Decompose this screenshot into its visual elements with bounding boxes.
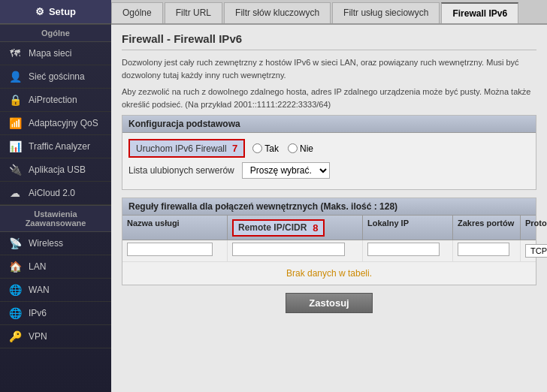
- basic-config-body: Uruchom IPv6 Firewall 7 Tak Nie: [122, 133, 536, 189]
- col-nazwa-uslugi: Nazwa usługi: [122, 216, 228, 240]
- radio-yes-input[interactable]: [252, 143, 262, 153]
- sidebar-item-wireless[interactable]: 📡 Wireless: [0, 232, 111, 255]
- tab-bar: Ogólne Filtr URL Filtr słów kluczowych F…: [111, 0, 547, 25]
- radio-no-label: Nie: [300, 143, 313, 154]
- lock-icon: 🔒: [8, 94, 23, 106]
- sidebar-item-label: Aplikacja USB: [29, 164, 86, 175]
- input-remote-ip[interactable]: [232, 243, 345, 256]
- input-nazwa-uslugi[interactable]: [127, 243, 213, 256]
- sidebar-item-aicloud[interactable]: ☁ AiCloud 2.0: [0, 182, 111, 205]
- radio-yes[interactable]: Tak: [252, 143, 279, 154]
- sidebar-item-label: Mapa sieci: [29, 48, 71, 59]
- firewall-row: Uruchom IPv6 Firewall 7 Tak Nie: [128, 139, 530, 158]
- key-icon: 🔑: [8, 330, 23, 342]
- input-lokalny-ip[interactable]: [367, 243, 440, 256]
- sidebar-item-label: LAN: [29, 261, 46, 272]
- sidebar-item-siec-goscinana[interactable]: 👤 Sieć gościnna: [0, 65, 111, 89]
- advanced-section-label: Ustawienia Zaawansowane: [0, 205, 111, 232]
- radio-no[interactable]: Nie: [288, 143, 313, 154]
- no-data-message: Brak danych w tabeli.: [122, 262, 536, 285]
- servers-row: Lista ulubionych serwerów Proszę wybrać.: [128, 162, 530, 179]
- sidebar-title: Setup: [49, 6, 76, 17]
- protokol-select[interactable]: TCP UDP BOTH: [525, 244, 547, 258]
- col-lokalny-ip: Lokalny IP: [363, 216, 453, 240]
- basic-config-header: Konfiguracja podstawowa: [122, 116, 536, 133]
- sidebar-item-label: AiCloud 2.0: [29, 188, 75, 198]
- sidebar-item-wan[interactable]: 🌐 WAN: [0, 279, 111, 302]
- sidebar-item-label: Sieć gościnna: [29, 71, 85, 82]
- sidebar-item-lan[interactable]: 🏠 LAN: [0, 255, 111, 279]
- apply-button[interactable]: Zastosuj: [286, 293, 372, 313]
- sidebar-item-label: Adaptacyjny QoS: [29, 118, 98, 128]
- sidebar-item-label: Traffic Analyzer: [29, 141, 90, 152]
- sidebar-item-adaptacyjny-qos[interactable]: 📶 Adaptacyjny QoS: [0, 112, 111, 135]
- sidebar-item-aplikacja-usb[interactable]: 🔌 Aplikacja USB: [0, 158, 111, 182]
- content-area: Firewall - Firewall IPv6 Dozwolony jest …: [111, 25, 547, 392]
- guest-icon: 👤: [8, 71, 23, 83]
- col-remote-ip: Remote IP/CIDR 8: [228, 216, 363, 240]
- sidebar: ⚙ Setup Ogólne 🗺 Mapa sieci 👤 Sieć gości…: [0, 0, 111, 392]
- map-icon: 🗺: [8, 47, 23, 59]
- servers-dropdown[interactable]: Proszę wybrać.: [242, 162, 330, 179]
- tab-filtr-url[interactable]: Filtr URL: [165, 2, 222, 23]
- table-header: Nazwa usługi Remote IP/CIDR 8 Lokalny IP…: [122, 216, 536, 240]
- servers-label: Lista ulubionych serwerów: [128, 165, 234, 176]
- firewall-radio-group: Tak Nie: [252, 143, 313, 154]
- firewall-label: Uruchom IPv6 Firewall: [136, 143, 227, 154]
- tab-ogolne[interactable]: Ogólne: [111, 2, 163, 23]
- cell-zakres-portow: [453, 240, 521, 261]
- sidebar-item-label: Wireless: [29, 238, 63, 249]
- qos-icon: 📶: [8, 117, 23, 129]
- main-content: Ogólne Filtr URL Filtr słów kluczowych F…: [111, 0, 547, 392]
- sidebar-item-traffic-analyzer[interactable]: 📊 Traffic Analyzer: [0, 135, 111, 158]
- sidebar-item-label: IPv6: [29, 308, 47, 318]
- rules-section-header: Reguły firewalla dla połączeń wewnętrzny…: [122, 198, 536, 216]
- chart-icon: 📊: [8, 140, 23, 152]
- globe-icon: 🌐: [8, 284, 23, 296]
- usb-icon: 🔌: [8, 164, 23, 176]
- rules-section: Reguły firewalla dla połączeń wewnętrzny…: [122, 198, 536, 285]
- setup-icon: ⚙: [35, 6, 44, 17]
- basic-config-section: Konfiguracja podstawowa Uruchom IPv6 Fir…: [122, 115, 536, 190]
- radio-no-input[interactable]: [288, 143, 298, 153]
- page-title: Firewall - Firewall IPv6: [122, 32, 536, 50]
- sidebar-item-label: AiProtection: [29, 95, 77, 105]
- description1: Dozwolony jest cały ruch zewnętrzny z ho…: [122, 56, 536, 81]
- cell-protokol: TCP UDP BOTH: [521, 240, 547, 261]
- description2: Aby zezwolić na ruch z dowolnego zdalneg…: [122, 86, 536, 110]
- radio-yes-label: Tak: [264, 143, 279, 154]
- tab-filtr-slow[interactable]: Filtr słów kluczowych: [224, 2, 331, 23]
- remote-ip-label: Remote IP/CIDR: [238, 222, 307, 233]
- cloud-icon: ☁: [8, 187, 23, 199]
- cell-nazwa-uslugi: [122, 240, 228, 261]
- sidebar-header: ⚙ Setup: [0, 0, 111, 24]
- cell-remote-ip: [228, 240, 363, 261]
- remote-badge: 8: [313, 222, 318, 234]
- globe2-icon: 🌐: [8, 307, 23, 319]
- sidebar-item-mapa-sieci[interactable]: 🗺 Mapa sieci: [0, 42, 111, 65]
- input-zakres-portow[interactable]: [458, 243, 509, 256]
- home-icon: 🏠: [8, 261, 23, 273]
- table-row: TCP UDP BOTH +: [122, 240, 536, 262]
- tab-firewall-ipv6[interactable]: Firewall IPv6: [441, 2, 518, 23]
- col-zakres-portow: Zakres portów: [453, 216, 521, 240]
- general-section-label: Ogólne: [0, 24, 111, 42]
- sidebar-item-aiprotection[interactable]: 🔒 AiProtection: [0, 89, 111, 112]
- sidebar-item-ipv6[interactable]: 🌐 IPv6: [0, 302, 111, 325]
- remote-ip-highlight: Remote IP/CIDR 8: [232, 219, 325, 237]
- firewall-label-box: Uruchom IPv6 Firewall 7: [128, 139, 245, 158]
- sidebar-item-label: VPN: [29, 331, 47, 342]
- sidebar-item-label: WAN: [29, 285, 50, 295]
- col-protokol: Protokół: [521, 216, 547, 240]
- cell-lokalny-ip: [363, 240, 453, 261]
- wifi-icon: 📡: [8, 237, 23, 249]
- sidebar-item-vpn[interactable]: 🔑 VPN: [0, 325, 111, 348]
- firewall-badge: 7: [232, 143, 237, 154]
- tab-filtr-uslug[interactable]: Filtr usług sieciowych: [332, 2, 440, 23]
